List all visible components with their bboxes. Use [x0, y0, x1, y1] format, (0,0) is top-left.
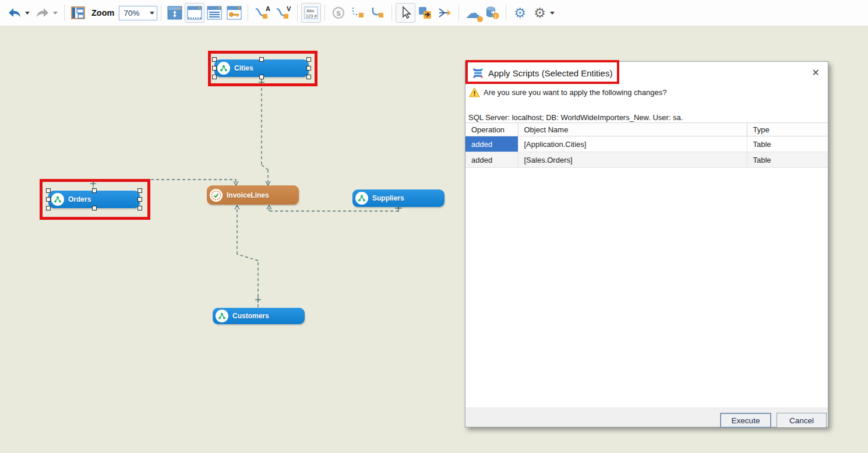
dotted-connector-button[interactable]: [348, 3, 368, 23]
column-header[interactable]: Operation: [465, 123, 518, 136]
table-row[interactable]: added[Application.Cities]Table: [465, 136, 828, 152]
svg-text:A: A: [266, 5, 270, 12]
route-descending-button[interactable]: V: [273, 3, 294, 23]
suppliers-entity[interactable]: Suppliers: [352, 189, 444, 207]
curved-connector-button[interactable]: [368, 3, 388, 23]
select-cursor-icon: [398, 5, 413, 20]
entity-keys-view-icon: [226, 5, 242, 20]
table-cell[interactable]: [Application.Cities]: [518, 136, 747, 152]
table-share-icon: [54, 195, 62, 203]
column-header[interactable]: Object Name: [518, 123, 747, 136]
toolbar-separator: [297, 5, 298, 21]
entity-icon-bubble: [355, 192, 368, 205]
name-format-button[interactable]: Abc 123 #: [301, 3, 321, 23]
changes-table: OperationObject NameType added[Applicati…: [465, 122, 828, 168]
selection-handle[interactable]: [259, 75, 264, 79]
copy-model-button[interactable]: [415, 3, 435, 23]
sync-settings-gear-icon: ⚙: [514, 6, 526, 20]
entity-label: Customers: [232, 312, 269, 320]
selection-handle[interactable]: [306, 75, 311, 79]
warning-text: Are you sure you want to apply the follo…: [484, 88, 666, 97]
name-format-icon: Abc 123 #: [303, 6, 319, 20]
entity-compact-view-icon: [186, 5, 203, 20]
redo-button[interactable]: [33, 3, 52, 23]
toolbar-separator: [248, 5, 248, 21]
execute-button[interactable]: Execute: [720, 413, 771, 428]
entity-label: Suppliers: [372, 194, 404, 202]
selection-handle[interactable]: [137, 188, 142, 193]
dotted-connector-icon: [350, 5, 366, 20]
selection-handle[interactable]: [137, 206, 142, 210]
toolbar-separator: [161, 5, 161, 21]
selection-handle[interactable]: [46, 206, 51, 210]
database-alert-button[interactable]: !: [482, 3, 502, 23]
svg-text:!: !: [495, 13, 497, 19]
connection-info: SQL Server: localhost; DB: WorldWideImpo…: [468, 113, 683, 122]
table-row[interactable]: added[Sales.Orders]Table: [465, 152, 828, 168]
table-cell[interactable]: added: [465, 136, 518, 152]
entity-compact-view-button[interactable]: [185, 3, 204, 23]
auto-layout-s-button[interactable]: S: [329, 3, 348, 23]
apply-scripts-dialog: Apply Scripts (Selected Entities) ✕ Are …: [465, 61, 828, 427]
undo-icon: [8, 6, 22, 19]
selection-handle[interactable]: [137, 197, 142, 202]
selection-handle[interactable]: [212, 75, 217, 79]
table-cell[interactable]: Table: [747, 136, 828, 152]
table-share-icon: [358, 194, 366, 202]
entity-attributes-view-button[interactable]: [204, 3, 224, 23]
selection-handle[interactable]: [212, 57, 217, 62]
zoom-combobox[interactable]: 70%: [119, 6, 157, 20]
cancel-button[interactable]: Cancel: [777, 413, 827, 428]
route-descending-icon: V: [274, 5, 292, 20]
selection-handle[interactable]: [92, 206, 97, 210]
selection-handle[interactable]: [212, 66, 217, 71]
settings-button[interactable]: ⚙: [530, 3, 549, 23]
panel-layout-button[interactable]: [68, 3, 88, 23]
undo-button[interactable]: [5, 3, 24, 23]
zoom-value: 70%: [124, 9, 139, 17]
panel-layout-icon: [70, 6, 86, 20]
route-ascending-button[interactable]: A: [252, 3, 273, 23]
entity-label: Orders: [68, 195, 91, 203]
close-icon[interactable]: ✕: [812, 68, 820, 78]
sync-settings-button[interactable]: ⚙: [510, 3, 530, 23]
table-cell[interactable]: [Sales.Orders]: [518, 152, 747, 168]
svg-text:Abc: Abc: [306, 8, 315, 13]
svg-text:123 #: 123 #: [306, 13, 317, 19]
entity-attributes-view-icon: [206, 5, 223, 20]
copy-model-icon: [417, 5, 433, 20]
entity-icon-bubble: [51, 193, 64, 206]
svg-text:S: S: [337, 10, 341, 17]
selection-handle[interactable]: [46, 188, 51, 193]
table-cell[interactable]: added: [465, 152, 518, 168]
entity-icon-bubble: [217, 62, 230, 75]
main-toolbar: Zoom 70%: [0, 0, 868, 26]
selection-handle[interactable]: [259, 57, 264, 62]
entity-resize-view-icon: [167, 5, 183, 20]
selection-handle[interactable]: [306, 57, 311, 62]
entity-icon-bubble: [210, 189, 223, 202]
cloud-upload-button[interactable]: ☁: [463, 3, 482, 23]
selection-handle[interactable]: [306, 66, 311, 71]
entity-keys-view-button[interactable]: [224, 3, 244, 23]
table-share-icon: [220, 64, 228, 72]
column-header[interactable]: Type: [747, 123, 828, 136]
customers-entity[interactable]: Customers: [213, 308, 305, 324]
warning-icon: [469, 87, 480, 97]
settings-dropdown-caret[interactable]: [550, 12, 555, 15]
settings-gear-icon: ⚙: [534, 6, 546, 20]
apply-scripts-icon: [473, 68, 483, 78]
invoicelines-entity[interactable]: InvoiceLines: [207, 185, 299, 205]
entity-resize-view-button[interactable]: [165, 3, 185, 23]
table-cell[interactable]: Table: [747, 152, 828, 168]
undo-dropdown-caret[interactable]: [25, 12, 30, 15]
dialog-titlebar[interactable]: Apply Scripts (Selected Entities) ✕: [465, 62, 828, 84]
entity-label: Cities: [234, 64, 253, 72]
dialog-title: Apply Scripts (Selected Entities): [488, 68, 612, 78]
redo-dropdown-caret[interactable]: [53, 12, 58, 15]
select-cursor-button[interactable]: [396, 3, 415, 23]
svg-text:V: V: [287, 5, 291, 12]
merge-model-button[interactable]: [435, 3, 455, 23]
selection-handle[interactable]: [46, 197, 51, 202]
selection-handle[interactable]: [92, 188, 97, 193]
